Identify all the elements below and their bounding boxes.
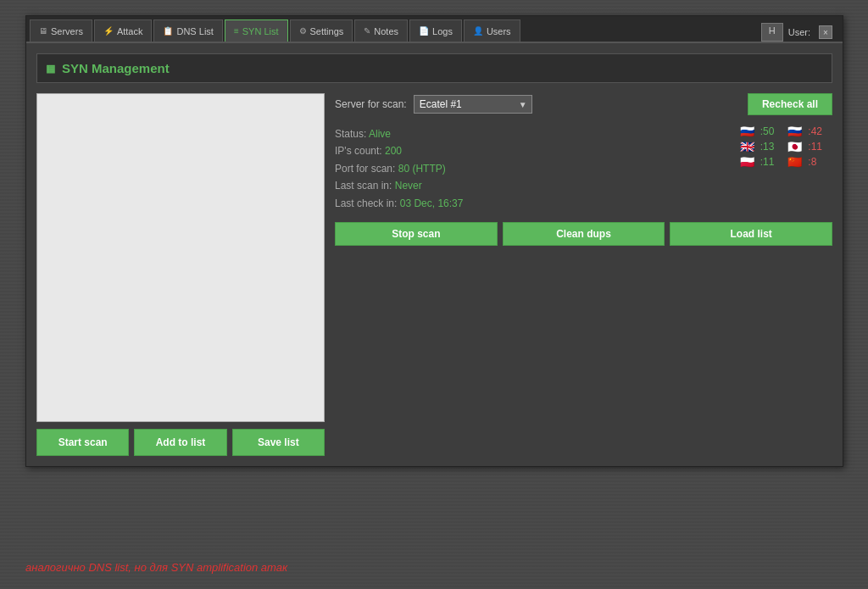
flag-jp-icon: 🇯🇵 [787, 142, 804, 153]
user-area: H User: × [754, 23, 839, 42]
flag-row-pl: 🇵🇱 :11 [740, 156, 775, 168]
port-value: 80 (HTTP) [398, 163, 446, 175]
tab-bar: 🖥 Servers ⚡ Attack 📋 DNS List ≡ SYN List… [26, 16, 843, 43]
flag-jp-count: :11 [808, 141, 822, 153]
tab-servers[interactable]: 🖥 Servers [30, 19, 92, 42]
server-row: Server for scan: Ecatel #1 ▼ Recheck all [335, 93, 832, 115]
scan-list-panel: Start scan Add to list Save list [36, 93, 325, 456]
notes-icon: ✎ [364, 26, 370, 36]
flag-row-jp: 🇯🇵 :11 [787, 141, 822, 153]
panel-title-text: SYN Management [62, 61, 170, 75]
h-button[interactable]: H [761, 23, 783, 42]
scan-list-box [36, 93, 325, 422]
bottom-note: аналогично DNS list, но для SYN amplific… [25, 561, 287, 574]
close-button[interactable]: × [819, 25, 832, 39]
panel-title: ▦ SYN Management [36, 53, 832, 83]
user-label: User: [788, 27, 810, 37]
right-panel: Server for scan: Ecatel #1 ▼ Recheck all… [335, 93, 832, 456]
flag-row-cn: 🇨🇳 :8 [787, 156, 822, 168]
flag-ru-count: :50 [760, 125, 775, 137]
flag-ru2-icon: 🇷🇺 [787, 126, 804, 137]
main-body: Start scan Add to list Save list Server … [36, 93, 832, 456]
recheck-all-button[interactable]: Recheck all [748, 93, 832, 115]
tab-logs[interactable]: 📄 Logs [409, 19, 462, 42]
server-select[interactable]: Ecatel #1 [414, 95, 532, 114]
stop-scan-button[interactable]: Stop scan [335, 222, 498, 246]
tab-settings[interactable]: ⚙ Settings [290, 19, 353, 42]
flag-ru-icon: 🇷🇺 [740, 126, 757, 137]
tab-users[interactable]: 👤 Users [464, 19, 520, 42]
ips-value: 200 [385, 145, 402, 157]
last-scan-value: Never [395, 180, 422, 192]
tab-attack[interactable]: ⚡ Attack [94, 19, 153, 42]
main-window: 🖥 Servers ⚡ Attack 📋 DNS List ≡ SYN List… [25, 15, 843, 467]
server-label: Server for scan: [335, 98, 407, 110]
settings-icon: ⚙ [299, 26, 307, 36]
syn-list-icon: ≡ [234, 26, 239, 36]
flag-pl-count: :11 [760, 156, 775, 168]
last-check-row: Last check in: 03 Dec, 16:37 [335, 195, 832, 212]
load-list-button[interactable]: Load list [670, 222, 832, 246]
panel-title-icon: ▦ [46, 63, 55, 75]
last-scan-row: Last scan in: Never [335, 177, 832, 194]
clean-dups-button[interactable]: Clean dups [503, 222, 665, 246]
attack-icon: ⚡ [103, 26, 114, 36]
flag-row-ru-green: 🇷🇺 :50 [740, 125, 775, 137]
status-and-flags: Status: Alive IP's count: 200 Port for s… [335, 125, 832, 212]
tab-notes[interactable]: ✎ Notes [354, 19, 408, 42]
status-value: Alive [369, 128, 391, 140]
logs-icon: 📄 [419, 26, 429, 36]
add-to-list-button[interactable]: Add to list [134, 429, 226, 456]
flag-ru2-count: :42 [808, 125, 822, 137]
last-check-value: 03 Dec, 16:37 [400, 197, 464, 209]
servers-icon: 🖥 [39, 26, 47, 36]
dns-list-icon: 📋 [163, 26, 173, 36]
server-select-wrapper: Ecatel #1 ▼ [414, 95, 532, 114]
tab-syn-list[interactable]: ≡ SYN List [225, 19, 288, 42]
flag-stats: 🇷🇺 :50 🇷🇺 :42 🇬🇧 :13 🇯🇵 [740, 125, 822, 168]
flag-pl-icon: 🇵🇱 [740, 157, 757, 168]
flag-cn-icon: 🇨🇳 [787, 157, 804, 168]
users-icon: 👤 [473, 26, 483, 36]
save-list-button[interactable]: Save list [232, 429, 325, 456]
tab-dns-list[interactable]: 📋 DNS List [153, 19, 222, 42]
flag-row-gb: 🇬🇧 :13 [740, 141, 775, 153]
flag-row-ru-red: 🇷🇺 :42 [787, 125, 822, 137]
flag-gb-icon: 🇬🇧 [740, 142, 757, 153]
flag-gb-count: :13 [760, 141, 775, 153]
start-scan-button[interactable]: Start scan [36, 429, 129, 456]
scan-buttons: Start scan Add to list Save list [36, 429, 325, 456]
action-buttons: Stop scan Clean dups Load list [335, 222, 832, 246]
flag-cn-count: :8 [808, 156, 816, 168]
content-area: ▦ SYN Management Start scan Add to list … [26, 43, 843, 466]
